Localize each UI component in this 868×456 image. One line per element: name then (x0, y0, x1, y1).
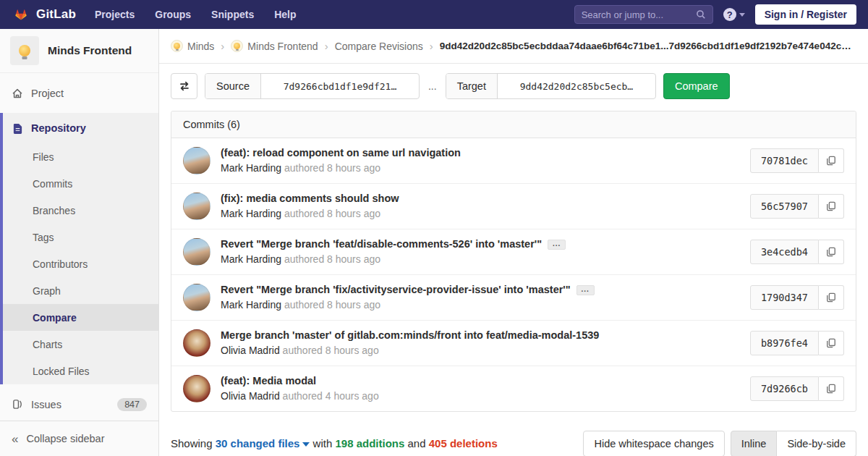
avatar[interactable] (183, 329, 210, 357)
copy-icon (826, 247, 836, 257)
commit-row: (feat): Media modal Olivia Madrid author… (171, 366, 856, 411)
sidebar-item-charts[interactable]: Charts (3, 331, 158, 358)
copy-icon (826, 338, 836, 348)
breadcrumb-item-compare-revisions[interactable]: Compare Revisions (335, 41, 423, 52)
search-input[interactable]: Search or jump to... (574, 5, 713, 24)
sidebar-item-issues[interactable]: Issues 847 (0, 388, 158, 421)
commit-author[interactable]: Mark Harding (221, 253, 281, 265)
avatar[interactable] (183, 147, 210, 174)
avatar[interactable] (183, 284, 210, 311)
diff-view-controls: Hide whitespace changes Inline Side-by-s… (583, 431, 856, 456)
commits-panel: Commits (6) (feat): reload component on … (171, 111, 856, 412)
copy-sha-button[interactable] (819, 285, 844, 310)
sign-in-button[interactable]: Sign in / Register (755, 4, 856, 25)
commit-sha[interactable]: 7d9266cb (750, 376, 819, 401)
commit-author[interactable]: Mark Harding (221, 208, 281, 219)
commit-title[interactable]: Merge branch 'master' of gitlab.com:mind… (221, 328, 599, 343)
top-navbar: GitLab ProjectsGroupsSnippetsHelp Search… (0, 0, 868, 29)
copy-sha-button[interactable] (819, 376, 844, 401)
nav-link-help[interactable]: Help (274, 9, 296, 20)
copy-icon (826, 292, 836, 303)
changed-files-dropdown[interactable]: 30 changed files (216, 437, 310, 449)
commit-author[interactable]: Olivia Madrid (221, 390, 280, 402)
commit-row: Revert "Merge branch 'feat/disable-comme… (171, 229, 856, 274)
breadcrumb: Minds › Minds Frontend › Compare Revisio… (159, 29, 868, 64)
sidebar-item-label: Repository (31, 122, 86, 134)
gitlab-tanuki-icon (12, 5, 30, 24)
collapse-icon: « (12, 433, 18, 445)
commit-title[interactable]: (fix): media comments should show (221, 191, 399, 206)
commit-ellipsis-button[interactable]: ... (548, 240, 566, 250)
swap-revisions-button[interactable] (171, 73, 197, 99)
sidebar-item-graph[interactable]: Graph (3, 277, 158, 304)
commit-row: (feat): reload component on same url nav… (171, 138, 856, 183)
copy-icon (826, 384, 836, 394)
copy-sha-button[interactable] (819, 331, 844, 355)
commit-ellipsis-button[interactable]: ... (576, 285, 595, 295)
side-by-side-view-button[interactable]: Side-by-side (777, 431, 856, 456)
commit-title[interactable]: (feat): Media modal (221, 373, 316, 389)
commit-meta: authored 8 hours ago (284, 253, 380, 265)
commit-meta: authored 8 hours ago (284, 299, 380, 311)
repository-subnav: FilesCommitsBranchesTagsContributorsGrap… (3, 143, 158, 384)
commit-author[interactable]: Olivia Madrid (221, 345, 280, 356)
project-context-link[interactable]: Minds Frontend (0, 29, 158, 73)
target-ref-input[interactable]: 9dd42d20d2c85bc5ecb… (498, 74, 655, 98)
commit-row: Merge branch 'master' of gitlab.com:mind… (171, 320, 856, 366)
issues-count-badge: 847 (117, 398, 147, 411)
copy-sha-button[interactable] (819, 240, 844, 264)
nav-links: ProjectsGroupsSnippetsHelp (95, 9, 297, 20)
avatar[interactable] (183, 193, 210, 220)
commits-header: Commits (6) (171, 111, 856, 138)
commit-row: (fix): media comments should show Mark H… (171, 183, 856, 229)
source-field-group: Source 7d9266cbd1df1e9df21… (205, 73, 420, 99)
collapse-sidebar-button[interactable]: « Collapse sidebar (0, 421, 158, 456)
sidebar-item-project[interactable]: Project (0, 77, 158, 109)
sidebar: Minds Frontend Project Repository F (0, 29, 159, 456)
copy-sha-button[interactable] (819, 194, 844, 219)
lightbulb-icon (19, 45, 30, 56)
sidebar-item-commits[interactable]: Commits (3, 170, 158, 197)
sidebar-item-contributors[interactable]: Contributors (3, 250, 158, 277)
sidebar-item-compare[interactable]: Compare (3, 304, 158, 331)
breadcrumb-item-minds-frontend[interactable]: Minds Frontend (231, 40, 318, 52)
sidebar-item-files[interactable]: Files (3, 143, 158, 170)
sidebar-item-locked-files[interactable]: Locked Files (3, 358, 158, 384)
breadcrumb-separator: › (430, 40, 433, 52)
help-menu[interactable]: ? (723, 8, 745, 21)
search-icon (696, 9, 706, 20)
source-ref-input[interactable]: 7d9266cbd1df1e9df21… (261, 74, 419, 98)
document-icon (12, 123, 23, 134)
commit-title[interactable]: Revert "Merge branch 'feat/disable-comme… (221, 237, 542, 252)
commit-author[interactable]: Mark Harding (221, 162, 281, 174)
commit-title[interactable]: (feat): reload component on same url nav… (221, 145, 461, 161)
commit-title[interactable]: Revert "Merge branch 'fix/activityservic… (221, 282, 571, 297)
commit-sha[interactable]: 56c57907 (750, 194, 819, 219)
inline-view-button[interactable]: Inline (731, 431, 778, 456)
nav-link-groups[interactable]: Groups (155, 9, 191, 20)
sidebar-item-branches[interactable]: Branches (3, 197, 158, 224)
sidebar-item-repository[interactable]: Repository (3, 113, 158, 143)
breadcrumb-item-minds[interactable]: Minds (171, 40, 214, 52)
commit-sha[interactable]: b8976fe4 (750, 331, 819, 355)
nav-link-snippets[interactable]: Snippets (211, 9, 254, 20)
gitlab-logo[interactable]: GitLab (12, 5, 76, 24)
diff-summary-bar: Showing 30 changed files with 198 additi… (171, 431, 856, 456)
commit-sha[interactable]: 70781dec (750, 148, 819, 173)
avatar[interactable] (183, 238, 210, 266)
range-separator: ... (427, 80, 438, 92)
commit-meta: authored 8 hours ago (283, 345, 379, 356)
commit-sha[interactable]: 3e4cedb4 (750, 240, 819, 264)
compare-button[interactable]: Compare (663, 73, 730, 99)
commit-sha[interactable]: 1790d347 (750, 285, 819, 310)
commit-meta: authored 8 hours ago (284, 162, 380, 174)
nav-link-projects[interactable]: Projects (95, 9, 135, 20)
source-label: Source (205, 74, 261, 98)
sidebar-item-label: Issues (31, 399, 61, 410)
avatar[interactable] (183, 375, 210, 402)
compare-form: Source 7d9266cbd1df1e9df21… ... Target 9… (171, 73, 856, 99)
sidebar-item-tags[interactable]: Tags (3, 224, 158, 250)
hide-whitespace-button[interactable]: Hide whitespace changes (583, 431, 724, 456)
commit-author[interactable]: Mark Harding (221, 299, 281, 311)
copy-sha-button[interactable] (819, 148, 844, 173)
